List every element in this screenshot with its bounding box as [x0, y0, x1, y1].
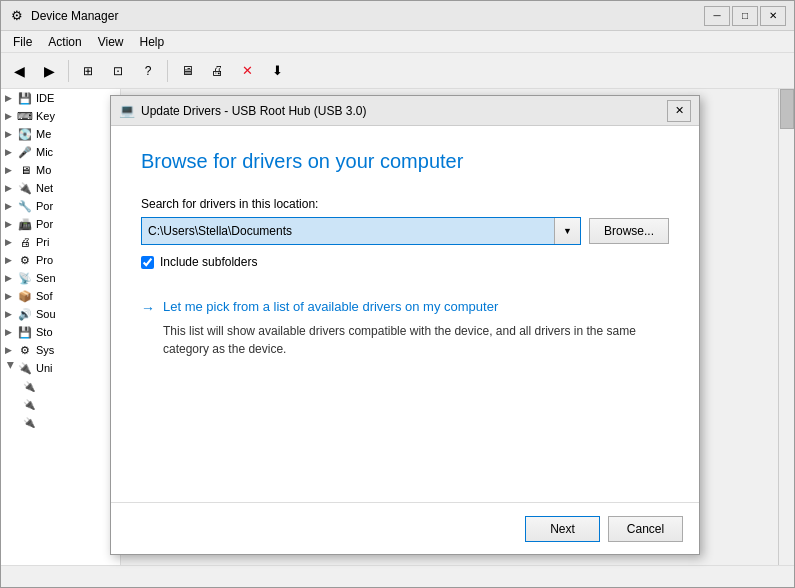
path-input-container: ▼: [141, 217, 581, 245]
tree-label-uni: Uni: [36, 362, 53, 374]
tree-icon-sou: 🔊: [17, 307, 33, 321]
menu-view[interactable]: View: [90, 33, 132, 51]
toolbar: ◀ ▶ ⊞ ⊡ ? 🖥 🖨 ✕ ⬇: [1, 53, 794, 89]
tree-item-ide[interactable]: ▶ 💾 IDE: [1, 89, 120, 107]
menu-help[interactable]: Help: [132, 33, 173, 51]
tree-icon-pri: 🖨: [17, 235, 33, 249]
path-input-row: ▼ Browse...: [141, 217, 669, 245]
menu-action[interactable]: Action: [40, 33, 89, 51]
pick-drivers-link[interactable]: Let me pick from a list of available dri…: [163, 299, 498, 314]
maximize-button[interactable]: □: [732, 6, 758, 26]
tree-label-mic: Mic: [36, 146, 53, 158]
toolbar-monitor[interactable]: 🖥: [173, 57, 201, 85]
tree-item-uni-sub2[interactable]: 🔌: [1, 395, 120, 413]
tree-item-net[interactable]: ▶ 🔌 Net: [1, 179, 120, 197]
toolbar-sep-2: [167, 60, 168, 82]
tree-arrow-mic: ▶: [5, 147, 17, 157]
modal-footer: Next Cancel: [111, 502, 699, 554]
tree-item-sto[interactable]: ▶ 💾 Sto: [1, 323, 120, 341]
path-dropdown-arrow[interactable]: ▼: [554, 218, 580, 244]
toolbar-refresh[interactable]: ⊡: [104, 57, 132, 85]
tree-label-pri: Pri: [36, 236, 49, 248]
tree-item-mo[interactable]: ▶ 🖥 Mo: [1, 161, 120, 179]
tree-icon-sen: 📡: [17, 271, 33, 285]
tree-label-key: Key: [36, 110, 55, 122]
toolbar-scan[interactable]: ⬇: [263, 57, 291, 85]
tree-label-sys: Sys: [36, 344, 54, 356]
modal-title-bar: 💻 Update Drivers - USB Root Hub (USB 3.0…: [111, 96, 699, 126]
tree-icon-uni-sub3: 🔌: [21, 415, 37, 429]
tree-item-uni[interactable]: ▶ 🔌 Uni: [1, 359, 120, 377]
tree-icon-uni: 🔌: [17, 361, 33, 375]
tree-icon-por1: 🔧: [17, 199, 33, 213]
scrollbar-thumb[interactable]: [780, 89, 794, 129]
tree-arrow-sys: ▶: [5, 345, 17, 355]
tree-item-uni-sub1[interactable]: 🔌: [1, 377, 120, 395]
tree-item-mic[interactable]: ▶ 🎤 Mic: [1, 143, 120, 161]
tree-item-pro[interactable]: ▶ ⚙ Pro: [1, 251, 120, 269]
tree-icon-sto: 💾: [17, 325, 33, 339]
tree-item-por2[interactable]: ▶ 📠 Por: [1, 215, 120, 233]
link-section: → Let me pick from a list of available d…: [141, 299, 669, 358]
tree-panel: ▶ 💾 IDE ▶ ⌨ Key ▶ 💽 Me ▶ 🎤 Mic ▶ 🖥: [1, 89, 121, 565]
field-label: Search for drivers in this location:: [141, 197, 669, 211]
menu-file[interactable]: File: [5, 33, 40, 51]
include-subfolders-row: Include subfolders: [141, 255, 669, 269]
tree-icon-me: 💽: [17, 127, 33, 141]
close-button[interactable]: ✕: [760, 6, 786, 26]
modal-content: Browse for drivers on your computer Sear…: [111, 126, 699, 502]
tree-icon-por2: 📠: [17, 217, 33, 231]
tree-item-me[interactable]: ▶ 💽 Me: [1, 125, 120, 143]
cancel-button[interactable]: Cancel: [608, 516, 683, 542]
modal-close-button[interactable]: ✕: [667, 100, 691, 122]
toolbar-sep-1: [68, 60, 69, 82]
toolbar-forward[interactable]: ▶: [35, 57, 63, 85]
tree-label-por2: Por: [36, 218, 53, 230]
tree-item-sys[interactable]: ▶ ⚙ Sys: [1, 341, 120, 359]
tree-icon-uni-sub1: 🔌: [21, 379, 37, 393]
tree-icon-pro: ⚙: [17, 253, 33, 267]
tree-arrow-pro: ▶: [5, 255, 17, 265]
link-description: This list will show available drivers co…: [163, 322, 669, 358]
tree-item-sou[interactable]: ▶ 🔊 Sou: [1, 305, 120, 323]
path-input[interactable]: [142, 218, 554, 244]
minimize-button[interactable]: ─: [704, 6, 730, 26]
include-subfolders-checkbox[interactable]: [141, 256, 154, 269]
tree-arrow-sto: ▶: [5, 327, 17, 337]
tree-arrow-sof: ▶: [5, 291, 17, 301]
tree-arrow-net: ▶: [5, 183, 17, 193]
modal-title-text: Update Drivers - USB Root Hub (USB 3.0): [141, 104, 667, 118]
toolbar-back[interactable]: ◀: [5, 57, 33, 85]
tree-icon-sof: 📦: [17, 289, 33, 303]
tree-label-mo: Mo: [36, 164, 51, 176]
tree-label-sof: Sof: [36, 290, 53, 302]
toolbar-printer[interactable]: 🖨: [203, 57, 231, 85]
toolbar-remove[interactable]: ✕: [233, 57, 261, 85]
browse-button[interactable]: Browse...: [589, 218, 669, 244]
tree-item-uni-sub3[interactable]: 🔌: [1, 413, 120, 431]
app-icon: ⚙: [9, 8, 25, 24]
tree-icon-ide: 💾: [17, 91, 33, 105]
include-subfolders-label[interactable]: Include subfolders: [160, 255, 257, 269]
tree-icon-key: ⌨: [17, 109, 33, 123]
tree-item-pri[interactable]: ▶ 🖨 Pri: [1, 233, 120, 251]
tree-arrow-me: ▶: [5, 129, 17, 139]
tree-icon-mo: 🖥: [17, 163, 33, 177]
tree-item-por1[interactable]: ▶ 🔧 Por: [1, 197, 120, 215]
next-button[interactable]: Next: [525, 516, 600, 542]
scrollbar[interactable]: [778, 89, 794, 565]
tree-item-sof[interactable]: ▶ 📦 Sof: [1, 287, 120, 305]
toolbar-properties[interactable]: ⊞: [74, 57, 102, 85]
tree-arrow-pri: ▶: [5, 237, 17, 247]
toolbar-help[interactable]: ?: [134, 57, 162, 85]
status-bar: [1, 565, 794, 587]
tree-item-sen[interactable]: ▶ 📡 Sen: [1, 269, 120, 287]
tree-arrow-key: ▶: [5, 111, 17, 121]
tree-arrow-por1: ▶: [5, 201, 17, 211]
tree-label-net: Net: [36, 182, 53, 194]
tree-arrow-sou: ▶: [5, 309, 17, 319]
window-controls: ─ □ ✕: [704, 6, 786, 26]
tree-label-sto: Sto: [36, 326, 53, 338]
tree-icon-sys: ⚙: [17, 343, 33, 357]
tree-item-key[interactable]: ▶ ⌨ Key: [1, 107, 120, 125]
